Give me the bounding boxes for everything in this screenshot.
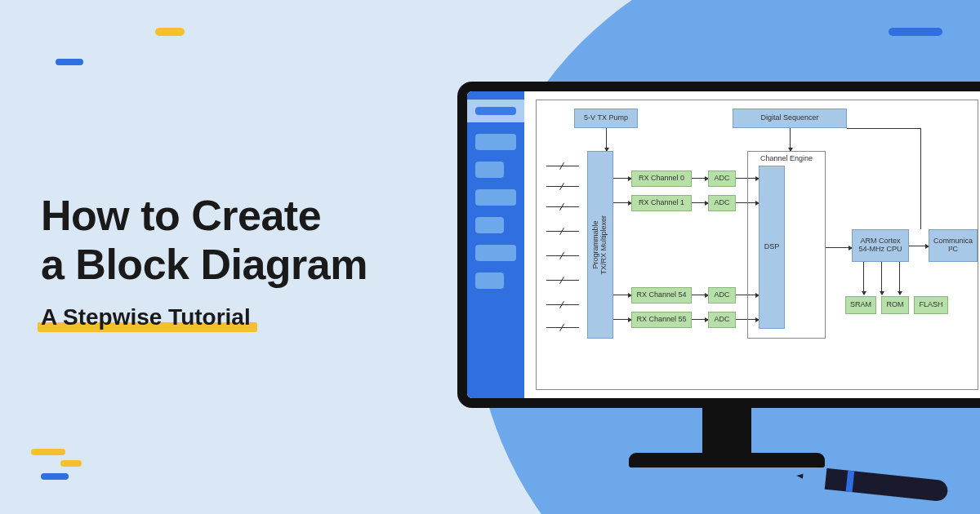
- diagram-canvas: 5-V TX Pump Digital Sequencer Programmab…: [524, 91, 980, 398]
- sidebar-item-active[interactable]: [467, 100, 524, 122]
- block-comm: Communica I²C: [929, 229, 978, 262]
- connector-arrow: [613, 295, 631, 295]
- block-sram: SRAM: [845, 296, 876, 314]
- block-dsp: DSP: [759, 166, 785, 329]
- decorative-dash: [60, 460, 82, 467]
- connector-arrow: [613, 202, 631, 203]
- block-rx-channel-1: RX Channel 1: [631, 195, 692, 211]
- hero-text: How to Create a Block Diagram A Stepwise…: [41, 192, 368, 330]
- connector-arrow: [613, 178, 631, 179]
- sidebar-item[interactable]: [475, 217, 504, 233]
- connector-arrow: [692, 178, 708, 179]
- sidebar-item[interactable]: [475, 134, 516, 150]
- sidebar-item[interactable]: [475, 273, 504, 289]
- sidebar-item[interactable]: [475, 189, 516, 206]
- bus-line: [546, 206, 579, 207]
- connector-arrow: [606, 128, 607, 151]
- decorative-dash: [155, 28, 185, 36]
- connector-arrow: [863, 262, 864, 295]
- connector-arrow: [881, 262, 882, 295]
- hero-title-line1: How to Create: [41, 192, 368, 241]
- bus-line: [546, 166, 579, 166]
- block-adc: ADC: [708, 171, 736, 187]
- bus-line: [546, 255, 579, 256]
- block-sequencer: Digital Sequencer: [733, 109, 847, 128]
- block-multiplexer: Programmable TX/RX Multiplexer: [587, 151, 613, 339]
- diagram-frame: 5-V TX Pump Digital Sequencer Programmab…: [536, 100, 978, 390]
- block-rx-channel-0: RX Channel 0: [631, 171, 692, 187]
- sidebar-item[interactable]: [475, 245, 516, 261]
- block-adc: ADC: [708, 195, 736, 211]
- bus-line: [546, 304, 579, 305]
- connector-arrow: [613, 319, 631, 320]
- block-rom: ROM: [881, 296, 909, 314]
- connector-arrow: [899, 262, 900, 295]
- decorative-dash: [41, 473, 69, 480]
- monitor-frame: 5-V TX Pump Digital Sequencer Programmab…: [457, 82, 980, 408]
- bus-line: [546, 231, 579, 232]
- bus-line: [546, 186, 579, 187]
- app-sidebar: [467, 91, 524, 398]
- decorative-dash: [889, 28, 942, 36]
- block-adc: ADC: [708, 312, 736, 328]
- bus-line: [546, 327, 579, 328]
- block-multiplexer-label: Programmable TX/RX Multiplexer: [592, 215, 608, 275]
- decorative-dash: [56, 59, 83, 65]
- block-arm-cpu: ARM Cortex 54-MHz CPU: [852, 229, 909, 262]
- hero-title-line2: a Block Diagram: [41, 241, 368, 290]
- connector-line: [920, 128, 921, 229]
- block-adc: ADC: [708, 287, 736, 304]
- connector-arrow: [790, 128, 791, 151]
- sidebar-item[interactable]: [475, 162, 504, 178]
- bus-line: [546, 280, 579, 281]
- monitor-illustration: 5-V TX Pump Digital Sequencer Programmab…: [457, 82, 980, 467]
- connector-line: [847, 128, 920, 129]
- connector-arrow: [692, 295, 708, 295]
- block-flash: FLASH: [914, 296, 948, 314]
- hero-subtitle: A Stepwise Tutorial: [41, 304, 251, 330]
- connector-arrow: [909, 246, 929, 246]
- monitor-screen: 5-V TX Pump Digital Sequencer Programmab…: [467, 91, 980, 398]
- block-tx-pump: 5-V TX Pump: [574, 109, 638, 128]
- monitor-neck: [702, 408, 751, 453]
- block-rx-channel-54: RX Channel 54: [631, 287, 692, 304]
- monitor-base: [629, 453, 825, 467]
- decorative-dash: [31, 449, 65, 455]
- connector-arrow: [692, 202, 708, 203]
- connector-arrow: [826, 247, 852, 248]
- block-rx-channel-55: RX Channel 55: [631, 312, 692, 328]
- connector-arrow: [692, 319, 708, 320]
